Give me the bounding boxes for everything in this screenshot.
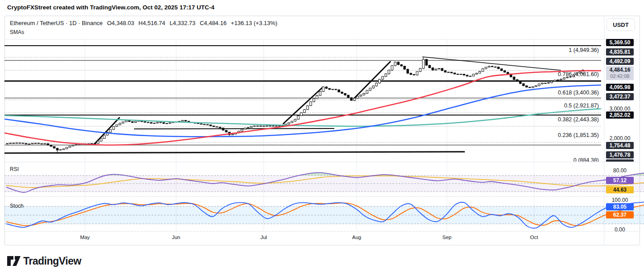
- stoch-k-value-label: 83.05: [606, 203, 634, 210]
- price-level-label: 1,476.78: [606, 151, 634, 158]
- month-label: Sep: [437, 235, 457, 240]
- fib-label-05: 0.5 (2,921.87): [564, 103, 599, 109]
- price-level-label: 5,369.50: [606, 39, 634, 46]
- fib-label-0236: 0.236 (1,851.35): [558, 132, 599, 138]
- tradingview-screenshot: CryptoFXStreet created with TradingView.…: [0, 0, 644, 278]
- symbol-title[interactable]: Ethereum / TetherUS · 1D · Binance: [10, 20, 103, 26]
- ohlc-change: +136.13 (+3.13%): [231, 20, 278, 26]
- clipped-price-label: [606, 159, 634, 162]
- fib-label-1: 1 (4,949.36): [569, 47, 599, 53]
- month-label: May: [75, 235, 95, 240]
- ohlc-low: L4,332.73: [169, 20, 195, 26]
- ohlc-open: O4,348.03: [107, 20, 134, 26]
- stoch-pane-title[interactable]: Stoch: [10, 203, 24, 209]
- tradingview-wordmark[interactable]: TradingView: [23, 255, 81, 267]
- ohlc-high: H4,516.74: [139, 20, 165, 26]
- price-level-label: 3,472.37: [606, 93, 634, 100]
- symbol-legend[interactable]: Ethereum / TetherUS · 1D · Binance O4,34…: [10, 20, 280, 26]
- ohlc-close: C4,484.16: [200, 20, 227, 26]
- fib-label-0618: 0.618 (3,400.36): [558, 90, 599, 96]
- fib-label-0: 0 (884.38): [573, 157, 599, 162]
- rsi-ma-value-label: 44.63: [606, 186, 634, 193]
- month-label: Aug: [347, 235, 366, 240]
- currency-toggle-button[interactable]: USDT: [606, 18, 635, 31]
- rsi-tick-label: 80.00: [606, 167, 634, 174]
- chart-canvas[interactable]: [0, 0, 644, 278]
- bar-countdown: 02:42:08: [606, 73, 634, 79]
- price-level-label: 2,852.02: [606, 111, 634, 119]
- fib-label-0382: 0.382 (2,443.38): [558, 116, 599, 123]
- stoch-tick-label: 100.00: [606, 197, 634, 204]
- indicator-legend-smas[interactable]: SMAs: [10, 29, 24, 35]
- current-price-value: 4,484.16: [606, 66, 634, 73]
- rsi-pane-title[interactable]: RSI: [10, 166, 19, 172]
- price-level-label: 1,754.48: [606, 142, 634, 149]
- month-label: Jun: [166, 235, 186, 240]
- rsi-value-label: 57.12: [606, 177, 634, 184]
- price-level-label: 4,835.81: [606, 48, 634, 56]
- price-level-label: 4,492.09: [606, 58, 634, 65]
- fib-label-0786: 0.786 (4,081.60): [558, 71, 599, 77]
- price-tick-label: 2,000.00: [606, 135, 634, 142]
- tradingview-logo-icon[interactable]: [6, 254, 21, 268]
- current-price-label: 4,484.16 02:42:08: [606, 66, 634, 80]
- stoch-tick-label: 0.00: [606, 226, 634, 233]
- month-label: Jul: [254, 235, 274, 240]
- price-level-label: 4,095.98: [606, 84, 634, 91]
- month-label: Oct: [524, 235, 544, 240]
- stoch-d-value-label: 62.37: [606, 211, 634, 218]
